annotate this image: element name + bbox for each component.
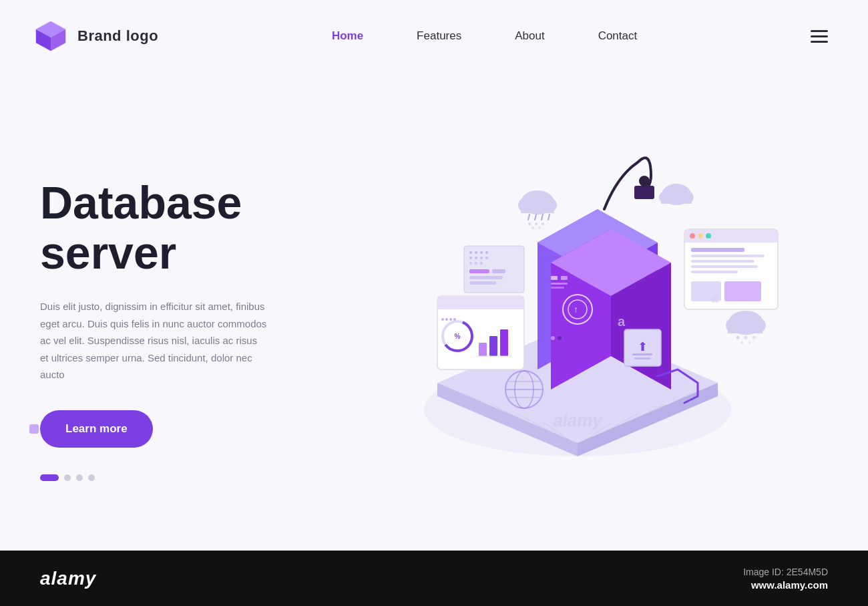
nav-features[interactable]: Features [417,29,461,43]
svg-rect-30 [551,276,558,280]
svg-point-75 [475,257,477,259]
nav-about[interactable]: About [515,29,544,43]
svg-rect-33 [551,287,564,289]
alamy-url: www.alamy.com [743,579,828,591]
svg-rect-38 [632,353,652,355]
svg-text:%: % [455,333,461,340]
svg-point-77 [485,257,488,259]
svg-point-95 [541,222,544,225]
svg-rect-63 [500,329,508,356]
svg-point-73 [485,251,488,254]
svg-rect-31 [561,276,568,280]
svg-point-74 [469,257,472,259]
svg-point-109 [740,341,743,344]
svg-point-110 [748,341,751,344]
svg-point-79 [475,262,477,265]
svg-point-66 [445,318,448,321]
nav-home[interactable]: Home [332,29,363,43]
svg-rect-32 [551,283,568,285]
svg-point-72 [480,251,483,254]
svg-point-106 [736,336,740,339]
svg-rect-61 [479,343,487,356]
svg-rect-49 [691,255,765,257]
svg-line-91 [541,214,543,220]
svg-point-41 [639,176,650,186]
svg-rect-81 [469,269,489,273]
main-nav: Home Features About Contact [332,29,637,43]
logo-area: Brand logo [33,19,158,53]
svg-point-47 [706,233,711,239]
svg-rect-62 [489,336,497,356]
svg-point-108 [752,336,756,339]
svg-line-89 [528,214,529,220]
dot-1[interactable] [40,474,59,481]
svg-rect-53 [724,281,761,301]
pagination-dots [40,474,327,481]
svg-point-97 [538,226,541,229]
svg-rect-82 [492,269,505,273]
alamy-brand: alamy [40,568,96,589]
svg-point-76 [480,257,483,259]
svg-rect-88 [521,206,554,213]
svg-text:a: a [618,314,626,329]
svg-line-90 [535,214,536,220]
svg-point-80 [480,262,483,265]
svg-rect-35 [558,336,562,340]
svg-point-94 [535,222,537,225]
svg-rect-83 [469,276,503,279]
svg-rect-48 [691,248,744,252]
nav-contact[interactable]: Contact [598,29,638,43]
svg-rect-51 [691,265,758,268]
svg-point-78 [469,262,472,265]
footer-info: Image ID: 2E54M5D www.alamy.com [743,567,828,591]
database-server-illustration: ↑ ⬆ [371,122,785,470]
svg-point-46 [698,233,703,239]
svg-text:a: a [711,292,718,305]
svg-point-68 [453,318,456,321]
svg-rect-39 [634,357,650,359]
svg-rect-40 [634,186,654,199]
dot-2[interactable] [64,474,71,481]
hamburger-menu-icon[interactable] [811,30,828,43]
brand-name: Brand logo [77,27,158,45]
svg-line-92 [548,214,550,220]
svg-point-67 [449,318,452,321]
svg-rect-52 [691,271,738,273]
svg-rect-101 [661,198,692,204]
svg-rect-57 [437,305,524,309]
dot-3[interactable] [76,474,83,481]
svg-rect-34 [551,336,555,340]
hero-title: Database server [40,178,327,278]
svg-text:↑: ↑ [574,304,578,315]
svg-point-45 [690,233,695,239]
left-panel: Database server Duis elit justo, digniss… [40,138,327,480]
svg-text:⬆: ⬆ [638,340,648,353]
site-footer: alamy Image ID: 2E54M5D www.alamy.com [0,551,868,606]
svg-point-93 [528,222,531,225]
svg-point-107 [744,336,748,339]
svg-rect-84 [469,281,496,285]
isometric-illustration: ↑ ⬆ [371,122,785,496]
svg-rect-44 [684,239,778,243]
brand-logo-icon [33,19,68,53]
svg-text:alamy: alamy [553,410,603,430]
site-header: Brand logo Home Features About Contact [0,0,868,72]
image-id: Image ID: 2E54M5D [743,567,828,577]
learn-more-button[interactable]: Learn more [40,410,153,448]
illustration-panel: ↑ ⬆ [327,92,828,526]
svg-point-70 [469,251,472,254]
svg-point-96 [531,226,534,229]
svg-point-65 [441,318,444,321]
svg-rect-50 [691,260,754,263]
dot-4[interactable] [88,474,95,481]
svg-point-71 [475,251,477,254]
main-content: Database server Duis elit justo, digniss… [0,72,868,526]
hero-description: Duis elit justo, dignissim in efficitur … [40,298,267,384]
svg-rect-105 [728,327,763,333]
